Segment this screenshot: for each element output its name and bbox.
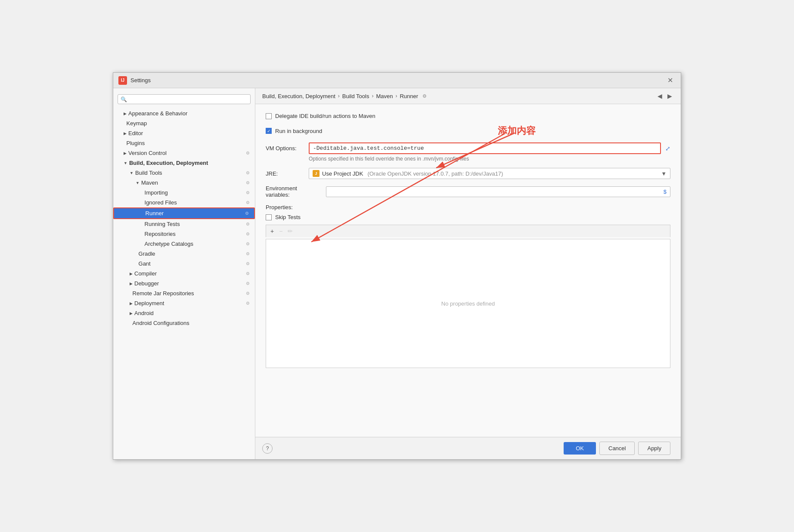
- dropdown-arrow-icon: ▼: [661, 170, 667, 177]
- settings-dialog: IJ Settings ✕ 🔍 ▶ Appearance & Behavior …: [113, 72, 681, 460]
- arrow-icon: ▶: [124, 151, 127, 155]
- arrow-icon: ▶: [124, 131, 127, 136]
- sidebar-item-editor[interactable]: ▶ Editor: [113, 128, 255, 138]
- sidebar-item-label: Version Control: [128, 150, 167, 156]
- arrow-icon: [142, 232, 143, 236]
- sidebar-item-build-tools[interactable]: ▼ Build Tools ⚙: [113, 168, 255, 178]
- sidebar-item-deployment[interactable]: ▶ Deployment ⚙: [113, 298, 255, 308]
- sidebar: 🔍 ▶ Appearance & Behavior Keymap ▶ Edito…: [113, 88, 255, 459]
- run-background-option-row: Run in background 添加内容: [266, 124, 670, 137]
- arrow-icon: [124, 141, 125, 145]
- breadcrumb-part-3[interactable]: Maven: [376, 93, 393, 99]
- sidebar-item-debugger[interactable]: ▶ Debugger ⚙: [113, 278, 255, 288]
- sidebar-item-label: Debugger: [134, 280, 159, 287]
- settings-icon: ⚙: [246, 232, 250, 236]
- sidebar-item-repositories[interactable]: Repositories ⚙: [113, 229, 255, 239]
- app-icon: IJ: [118, 76, 127, 85]
- breadcrumb-part-4[interactable]: Runner: [400, 93, 418, 99]
- title-bar-left: IJ Settings: [118, 76, 151, 85]
- help-button[interactable]: ?: [262, 443, 273, 454]
- sidebar-item-compiler[interactable]: ▶ Compiler ⚙: [113, 269, 255, 278]
- sidebar-item-gant[interactable]: Gant ⚙: [113, 259, 255, 269]
- search-box[interactable]: 🔍: [118, 94, 251, 104]
- sidebar-item-label: Compiler: [134, 270, 157, 277]
- forward-button[interactable]: ▶: [666, 92, 674, 100]
- breadcrumb-separator: ›: [372, 93, 373, 99]
- jre-value: Use Project JDK: [322, 170, 363, 177]
- sidebar-item-maven[interactable]: ▼ Maven ⚙: [113, 178, 255, 188]
- delegate-checkbox[interactable]: [266, 113, 272, 119]
- sidebar-item-gradle[interactable]: Gradle ⚙: [113, 249, 255, 259]
- search-input[interactable]: [129, 96, 248, 102]
- apply-button[interactable]: Apply: [638, 442, 670, 455]
- settings-icon: ⚙: [246, 180, 250, 185]
- annotation-text: 添加内容: [498, 124, 536, 137]
- arrow-icon: [130, 321, 131, 325]
- skip-tests-checkbox[interactable]: [266, 214, 272, 220]
- arrow-icon: [142, 201, 143, 205]
- arrow-icon: ▶: [130, 301, 133, 306]
- sidebar-item-running-tests[interactable]: Running Tests ⚙: [113, 219, 255, 229]
- settings-icon: ⚙: [246, 301, 250, 306]
- run-background-checkbox[interactable]: [266, 128, 272, 134]
- sidebar-item-label: Maven: [141, 179, 158, 186]
- breadcrumb-part-2[interactable]: Build Tools: [342, 93, 369, 99]
- sidebar-item-keymap[interactable]: Keymap: [113, 118, 255, 128]
- settings-icon: ⚙: [246, 151, 250, 155]
- sidebar-item-android-configs[interactable]: Android Configurations: [113, 318, 255, 328]
- vm-options-row: VM Options: ⤢: [266, 142, 670, 154]
- settings-icon: ⚙: [246, 190, 250, 195]
- sidebar-item-label: Build Tools: [135, 170, 162, 176]
- sidebar-item-remote-jar[interactable]: Remote Jar Repositories ⚙: [113, 288, 255, 298]
- jre-label: JRE:: [266, 170, 304, 177]
- remove-property-button[interactable]: −: [277, 227, 284, 235]
- sidebar-item-label: Remote Jar Repositories: [133, 290, 194, 297]
- breadcrumb-part-1[interactable]: Build, Execution, Deployment: [262, 93, 335, 99]
- settings-icon: ⚙: [246, 170, 250, 175]
- sidebar-item-label: Runner: [146, 210, 164, 217]
- arrow-icon: [142, 242, 143, 246]
- close-button[interactable]: ✕: [665, 75, 676, 85]
- sidebar-item-version-control[interactable]: ▶ Version Control ⚙: [113, 148, 255, 158]
- dollar-icon: $: [664, 189, 667, 195]
- settings-icon: ⚙: [246, 261, 250, 266]
- sidebar-item-android[interactable]: ▶ Android: [113, 308, 255, 318]
- settings-icon: ⚙: [245, 211, 249, 216]
- sidebar-item-archetype-catalogs[interactable]: Archetype Catalogs ⚙: [113, 239, 255, 249]
- sidebar-item-appearance[interactable]: ▶ Appearance & Behavior: [113, 108, 255, 118]
- env-vars-field[interactable]: $: [326, 186, 670, 197]
- breadcrumb-nav: ◀ ▶: [656, 92, 674, 100]
- jre-select-text: J Use Project JDK (Oracle OpenJDK versio…: [313, 170, 503, 177]
- delegate-option-row: Delegate IDE build/run actions to Maven: [266, 113, 670, 119]
- add-property-button[interactable]: +: [269, 227, 276, 235]
- search-icon: 🔍: [121, 96, 127, 102]
- arrow-icon: ▶: [130, 272, 133, 276]
- sidebar-item-importing[interactable]: Importing ⚙: [113, 188, 255, 198]
- arrow-icon: [142, 222, 143, 226]
- vm-options-input[interactable]: [309, 142, 661, 154]
- title-bar: IJ Settings ✕: [113, 73, 681, 88]
- back-button[interactable]: ◀: [656, 92, 664, 100]
- cancel-button[interactable]: Cancel: [599, 442, 635, 455]
- jre-select[interactable]: J Use Project JDK (Oracle OpenJDK versio…: [309, 168, 670, 179]
- ok-button[interactable]: OK: [564, 442, 596, 455]
- sidebar-item-label: Deployment: [134, 300, 164, 306]
- breadcrumb-separator: ›: [338, 93, 340, 99]
- sidebar-item-build-execution[interactable]: ▼ Build, Execution, Deployment: [113, 158, 255, 168]
- breadcrumb-gear-icon: ⚙: [422, 93, 427, 99]
- jre-row: JRE: J Use Project JDK (Oracle OpenJDK v…: [266, 168, 670, 179]
- settings-icon: ⚙: [246, 222, 250, 226]
- sidebar-item-plugins[interactable]: Plugins: [113, 138, 255, 148]
- arrow-icon: ▶: [130, 281, 133, 286]
- jre-detail: (Oracle OpenJDK version 17.0.7, path: D:…: [367, 170, 503, 177]
- breadcrumb-separator: ›: [395, 93, 397, 99]
- edit-property-button[interactable]: ✏: [286, 227, 295, 235]
- vm-options-hint: Options specified in this field override…: [309, 156, 670, 162]
- vm-options-label: VM Options:: [266, 145, 304, 152]
- sidebar-item-runner[interactable]: Runner ⚙: [113, 207, 255, 219]
- sidebar-item-ignored-files[interactable]: Ignored Files ⚙: [113, 198, 255, 207]
- arrow-icon: [136, 262, 137, 266]
- expand-icon[interactable]: ⤢: [665, 145, 670, 152]
- properties-label: Properties:: [266, 204, 670, 210]
- settings-icon: ⚙: [246, 241, 250, 246]
